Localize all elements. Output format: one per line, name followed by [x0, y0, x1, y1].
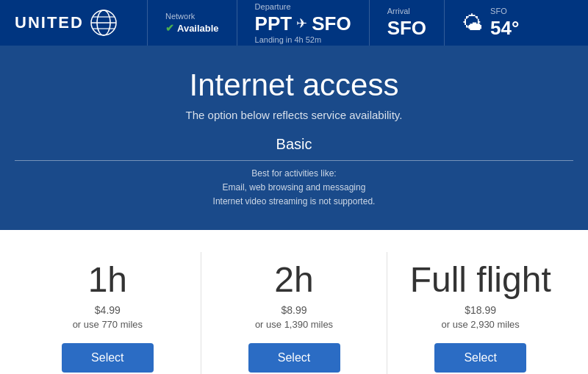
destination-city: SFO: [490, 7, 519, 15]
network-status: ✔ Available: [165, 22, 219, 34]
select-button-1h[interactable]: Select: [62, 343, 154, 373]
tier-description: Best for activities like: Email, web bro…: [15, 167, 573, 209]
departure-label: Departure: [255, 2, 351, 11]
plan-duration-full: Full flight: [402, 259, 559, 300]
nav-sections: Network ✔ Available Departure PPT ✈ SFO …: [147, 0, 588, 46]
tier-name: Basic: [15, 136, 573, 153]
plan-duration-1h: 1h: [29, 259, 186, 300]
plan-price-full: $18.99: [402, 304, 559, 316]
check-icon: ✔: [165, 22, 174, 34]
plan-miles-2h: or use 1,390 miles: [216, 319, 373, 330]
arrival-section: Arrival SFO: [369, 0, 444, 46]
plan-price-2h: $8.99: [216, 304, 373, 316]
logo-text: UNITED: [15, 13, 84, 32]
landing-info: Landing in 4h 52m: [255, 35, 351, 44]
network-label: Network: [165, 12, 219, 21]
logo-area: UNITED: [0, 0, 147, 46]
departure-code: PPT: [255, 12, 293, 35]
plan-card-full-flight: Full flight $18.99 or use 2,930 miles Se…: [387, 252, 573, 374]
temperature-display: 54°: [490, 17, 519, 40]
tier-section: Basic Best for activities like: Email, w…: [15, 136, 573, 209]
main-content-header: Internet access The option below reflect…: [0, 46, 588, 230]
plan-card-1h: 1h $4.99 or use 770 miles Select: [15, 252, 201, 374]
plane-icon: ✈: [296, 15, 307, 32]
network-section: Network ✔ Available: [147, 0, 237, 46]
page-subtitle: The option below reflects service availa…: [15, 109, 573, 121]
plan-duration-2h: 2h: [216, 259, 373, 300]
departure-section: Departure PPT ✈ SFO Landing in 4h 52m: [237, 0, 369, 46]
globe-icon: [90, 9, 118, 37]
plan-miles-1h: or use 770 miles: [29, 319, 186, 330]
page-title: Internet access: [15, 68, 573, 103]
flight-route: PPT ✈ SFO: [255, 12, 351, 35]
plans-area: 1h $4.99 or use 770 miles Select 2h $8.9…: [0, 230, 588, 374]
plan-card-2h: 2h $8.99 or use 1,390 miles Select: [201, 252, 388, 374]
weather-icon: 🌤: [462, 11, 483, 35]
weather-section: 🌤 SFO 54°: [444, 0, 537, 46]
arrival-label: Arrival: [387, 7, 426, 15]
weather-info: SFO 54°: [490, 7, 519, 40]
select-button-2h[interactable]: Select: [248, 343, 340, 373]
plan-miles-full: or use 2,930 miles: [402, 319, 559, 330]
arrival-code: SFO: [312, 12, 351, 35]
united-logo: UNITED: [15, 9, 118, 37]
top-navigation-bar: UNITED Network ✔ Available Departure PPT…: [0, 0, 588, 46]
arrival-city-code: SFO: [387, 17, 426, 40]
tier-divider: [15, 160, 573, 161]
select-button-full[interactable]: Select: [434, 343, 526, 373]
plan-price-1h: $4.99: [29, 304, 186, 316]
